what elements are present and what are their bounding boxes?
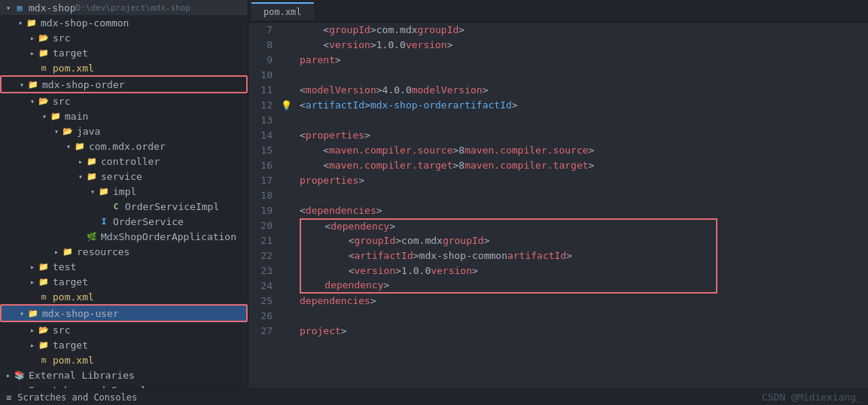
- module-icon: 📁: [26, 17, 38, 29]
- folder-icon: 📁: [98, 185, 110, 197]
- gutter-cell: [279, 263, 294, 279]
- code-segment: dependencies: [300, 295, 370, 306]
- xml-icon: m: [38, 291, 50, 303]
- gutter-cell: [279, 113, 294, 128]
- tree-item-mdx-shop-common[interactable]: ▾📁mdx-shop-common: [0, 15, 248, 30]
- code-segment: >: [589, 145, 595, 156]
- bottom-bar: ≡ Scratches and Consoles CSDN @Midiexian…: [0, 388, 868, 405]
- tree-label: target: [53, 340, 88, 351]
- code-segment: version: [329, 38, 370, 53]
- xml-icon: m: [38, 354, 50, 366]
- tree-item-OrderServiceImpl[interactable]: COrderServiceImpl: [0, 199, 248, 214]
- code-segment: artifactId: [306, 98, 364, 113]
- tree-item-src-order[interactable]: ▾📂src: [0, 93, 248, 108]
- tree-arrow: ▾: [39, 112, 50, 120]
- code-segment: version: [431, 265, 472, 276]
- code-segment: version: [354, 263, 395, 279]
- tree-item-controller[interactable]: ▸📁controller: [0, 154, 248, 169]
- hint-bulb-icon: 💡: [281, 100, 292, 111]
- gutter-cell: [279, 143, 294, 158]
- line-number: 21: [248, 233, 273, 248]
- tree-label: mdx-shop-order: [42, 79, 125, 90]
- code-segment: >: [453, 158, 459, 173]
- folder-src-icon: 📂: [38, 32, 50, 44]
- code-segment: <: [323, 158, 329, 173]
- code-segment: <: [323, 38, 329, 53]
- tree-item-resources-order[interactable]: ▸📁resources: [0, 244, 248, 259]
- bottom-left: ≡ Scratches and Consoles: [6, 392, 137, 403]
- folder-icon: 📁: [38, 339, 50, 351]
- tree-item-target-common[interactable]: ▸📁target: [0, 45, 248, 60]
- code-segment: 1.0.0: [376, 38, 406, 53]
- editor-tab[interactable]: pom.xml: [251, 2, 314, 20]
- code-segment: artifactId: [453, 99, 512, 111]
- code-segment: artifactId: [507, 250, 566, 261]
- code-line: [300, 68, 868, 83]
- code-segment: groupId: [354, 233, 395, 248]
- tree-item-MdxShopOrderApplication[interactable]: 🌿MdxShopOrderApplication: [0, 229, 248, 244]
- code-segment: mdx-shop-common: [419, 248, 507, 263]
- tree-item-test-order[interactable]: ▸📁test: [0, 259, 248, 274]
- tree-arrow: ▸: [51, 248, 62, 256]
- tree-item-main-order[interactable]: ▾📁main: [0, 108, 248, 123]
- code-segment: modelVersion: [306, 83, 376, 98]
- tree-item-target-user[interactable]: ▸📁target: [0, 337, 248, 352]
- code-segment: >: [395, 263, 401, 279]
- code-segment: <: [349, 233, 355, 248]
- folder-icon: 📁: [38, 276, 50, 288]
- tree-label: com.mdx.order: [89, 141, 166, 152]
- tree-item-OrderService[interactable]: IOrderService: [0, 214, 248, 229]
- code-segment: >: [384, 279, 390, 291]
- tree-item-mdx-shop-user[interactable]: ▾📁mdx-shop-user: [0, 304, 248, 322]
- code-segment: <: [300, 98, 306, 113]
- code-segment: 8: [458, 143, 464, 158]
- tree-item-pom-common[interactable]: mpom.xml: [0, 60, 248, 75]
- tree-item-src-user[interactable]: ▸📂src: [0, 322, 248, 337]
- tree-item-scratches[interactable]: ▸✎Scratches and Consoles: [0, 382, 248, 388]
- code-line: <properties>: [300, 128, 868, 143]
- line-number: 13: [248, 113, 273, 128]
- tree-item-external-lib[interactable]: ▸📚External Libraries: [0, 367, 248, 382]
- watermark: CSDN @Midiexiang_: [762, 391, 862, 403]
- tree-item-pom-user[interactable]: mpom.xml: [0, 352, 248, 367]
- tree-item-service[interactable]: ▾📁service: [0, 169, 248, 184]
- code-line: <version>1.0.0version>: [300, 38, 868, 53]
- code-line: <groupId>com.mdxgroupId>: [300, 23, 868, 38]
- tree-item-java-order[interactable]: ▾📂java: [0, 123, 248, 139]
- tree-item-src-common[interactable]: ▸📂src: [0, 30, 248, 45]
- project-icon: ▤: [14, 2, 26, 14]
- tree-item-com-mdx-order[interactable]: ▾📁com.mdx.order: [0, 139, 248, 154]
- tree-item-mdx-shop-root[interactable]: ▾▤mdx-shop D:\dev\project\mdx-shop: [0, 0, 248, 15]
- code-line: project>: [300, 324, 868, 339]
- tree-label: MdxShopOrderApplication: [101, 231, 236, 242]
- tree-label: External Libraries: [29, 370, 135, 381]
- code-segment: >: [370, 38, 376, 53]
- code-line: <maven.compiler.source>8maven.compiler.s…: [300, 143, 868, 158]
- tree-item-target-order[interactable]: ▸📁target: [0, 274, 248, 289]
- scratches-label[interactable]: Scratches and Consoles: [17, 392, 137, 403]
- gutter-cell: [279, 188, 294, 203]
- tree-label: target: [53, 47, 88, 59]
- tree-arrow: ▾: [51, 127, 62, 136]
- tree-label: src: [53, 96, 70, 107]
- code-area[interactable]: <groupId>com.mdxgroupId> <version>1.0.0v…: [294, 23, 868, 388]
- code-segment: [300, 23, 323, 38]
- tree-item-pom-order[interactable]: mpom.xml: [0, 289, 248, 304]
- line-number: 25: [248, 294, 273, 309]
- tree-item-impl[interactable]: ▾📁impl: [0, 184, 248, 199]
- sidebar[interactable]: ▾▤mdx-shop D:\dev\project\mdx-shop▾📁mdx-…: [0, 0, 248, 388]
- gutter-cell: [279, 218, 294, 233]
- tree-item-mdx-shop-order[interactable]: ▾📁mdx-shop-order: [0, 75, 248, 93]
- code-segment: version: [406, 39, 447, 50]
- code-segment: dependency>: [324, 278, 389, 293]
- code-segment: >: [413, 248, 419, 263]
- code-line: <dependencies>: [300, 203, 868, 218]
- code-segment: [301, 248, 349, 263]
- code-line: [300, 188, 868, 203]
- code-segment: >: [358, 175, 364, 186]
- tree-label: controller: [101, 156, 160, 167]
- code-segment: parent>: [300, 53, 341, 68]
- tree-arrow: ▾: [17, 81, 27, 89]
- gutter-cell: [279, 23, 294, 38]
- code-segment: >: [376, 203, 382, 218]
